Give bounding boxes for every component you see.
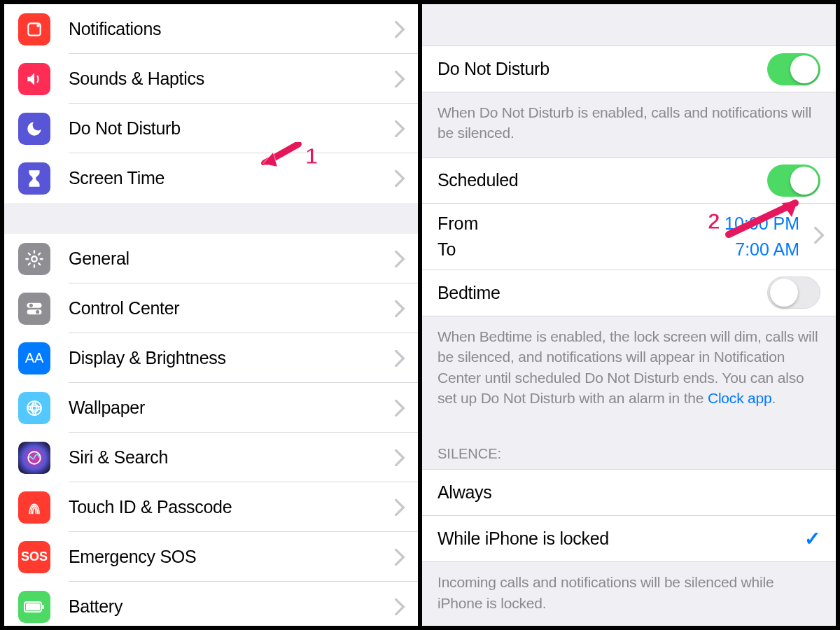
sos-icon: SOS — [18, 541, 50, 573]
settings-row-sos[interactable]: SOS Emergency SOS — [4, 532, 418, 582]
chevron-right-icon — [394, 251, 405, 267]
siri-icon — [18, 442, 50, 474]
settings-row-label: Siri & Search — [69, 447, 394, 468]
settings-row-display[interactable]: AA Display & Brightness — [4, 333, 418, 383]
chevron-right-icon — [394, 400, 405, 416]
settings-row-label: Battery — [69, 596, 394, 617]
settings-row-notifications[interactable]: Notifications — [4, 4, 418, 54]
settings-row-dnd[interactable]: Do Not Disturb — [4, 104, 418, 153]
to-value: 7:00 AM — [735, 239, 799, 260]
silence-section-header: SILENCE: — [422, 422, 836, 470]
dnd-icon — [18, 113, 50, 145]
wallpaper-icon — [18, 392, 50, 424]
sounds-icon — [18, 63, 50, 95]
row-label: Always — [438, 482, 820, 503]
settings-row-general[interactable]: General — [4, 234, 418, 284]
settings-row-battery[interactable]: Battery — [4, 582, 418, 626]
schedule-time-row[interactable]: From 10:00 PM To 7:00 AM — [422, 204, 836, 270]
settings-row-label: Display & Brightness — [69, 348, 394, 368]
chevron-right-icon — [394, 71, 405, 88]
settings-row-screentime[interactable]: Screen Time — [4, 153, 418, 203]
svg-point-8 — [30, 404, 38, 412]
settings-row-label: Do Not Disturb — [69, 118, 394, 139]
silence-locked-row[interactable]: While iPhone is locked ✓ — [422, 516, 836, 562]
settings-row-label: Touch ID & Passcode — [69, 497, 394, 517]
scheduled-toggle[interactable] — [767, 164, 820, 197]
silence-always-row[interactable]: Always — [422, 470, 836, 516]
controlcenter-icon — [18, 293, 50, 325]
bedtime-footer-text: When Bedtime is enabled, the lock screen… — [422, 316, 836, 423]
settings-row-label: Notifications — [69, 19, 394, 39]
group-divider — [4, 203, 418, 234]
row-label: While iPhone is locked — [438, 528, 804, 549]
settings-group-2: General Control Center AA Display & Brig… — [4, 234, 418, 626]
chevron-right-icon — [394, 350, 405, 367]
dnd-detail-pane: Do Not Disturb When Do Not Disturb is en… — [420, 4, 836, 626]
settings-row-label: Wallpaper — [69, 398, 394, 418]
settings-row-wallpaper[interactable]: Wallpaper — [4, 383, 418, 433]
settings-row-sounds[interactable]: Sounds & Haptics — [4, 54, 418, 104]
to-label: To — [438, 239, 456, 260]
touchid-icon — [18, 491, 50, 524]
settings-group-1: Notifications Sounds & Haptics Do Not Di… — [4, 4, 418, 203]
from-label: From — [438, 214, 478, 234]
chevron-right-icon — [394, 300, 405, 317]
row-label: Scheduled — [438, 170, 767, 190]
dnd-toggle-row[interactable]: Do Not Disturb — [422, 46, 836, 92]
settings-row-touchid[interactable]: Touch ID & Passcode — [4, 482, 418, 532]
battery-icon — [18, 591, 50, 623]
clock-app-link[interactable]: Clock app — [708, 390, 772, 406]
general-icon — [18, 243, 50, 275]
svg-rect-12 — [42, 605, 44, 609]
dnd-footer-text: When Do Not Disturb is enabled, calls an… — [422, 92, 836, 158]
svg-point-2 — [31, 256, 36, 261]
settings-row-siri[interactable]: Siri & Search — [4, 433, 418, 482]
settings-row-label: Screen Time — [69, 168, 394, 188]
row-label: Bedtime — [438, 283, 767, 303]
settings-row-controlcenter[interactable]: Control Center — [4, 284, 418, 333]
chevron-right-icon — [394, 598, 405, 615]
silence-footer-text: Incoming calls and notifications will be… — [422, 562, 836, 626]
svg-rect-3 — [27, 302, 42, 307]
settings-row-label: General — [69, 248, 394, 269]
notifications-icon — [18, 13, 50, 46]
svg-point-7 — [27, 401, 41, 415]
svg-point-5 — [29, 303, 33, 307]
display-icon: AA — [18, 342, 50, 374]
chevron-right-icon — [394, 449, 405, 466]
bedtime-footer-post: . — [772, 390, 776, 406]
from-value: 10:00 PM — [724, 214, 799, 234]
settings-list-pane: Notifications Sounds & Haptics Do Not Di… — [4, 4, 420, 626]
chevron-right-icon — [394, 120, 405, 137]
scheduled-toggle-row[interactable]: Scheduled — [422, 158, 836, 204]
svg-point-6 — [36, 310, 39, 314]
checkmark-icon: ✓ — [804, 527, 820, 550]
svg-point-1 — [36, 24, 39, 27]
detail-header-spacer — [422, 4, 836, 46]
chevron-right-icon — [394, 170, 405, 187]
screentime-icon — [18, 162, 50, 195]
chevron-right-icon — [394, 549, 405, 566]
dnd-toggle[interactable] — [767, 53, 820, 85]
svg-rect-4 — [27, 309, 42, 314]
settings-row-label: Control Center — [69, 298, 394, 318]
settings-row-label: Emergency SOS — [69, 547, 394, 567]
row-label: Do Not Disturb — [438, 59, 767, 79]
bedtime-toggle[interactable] — [767, 276, 820, 309]
svg-rect-11 — [26, 603, 40, 610]
chevron-right-icon — [394, 499, 405, 516]
bedtime-toggle-row[interactable]: Bedtime — [422, 270, 836, 316]
chevron-right-icon — [813, 227, 825, 246]
settings-row-label: Sounds & Haptics — [69, 69, 394, 89]
chevron-right-icon — [394, 21, 405, 38]
